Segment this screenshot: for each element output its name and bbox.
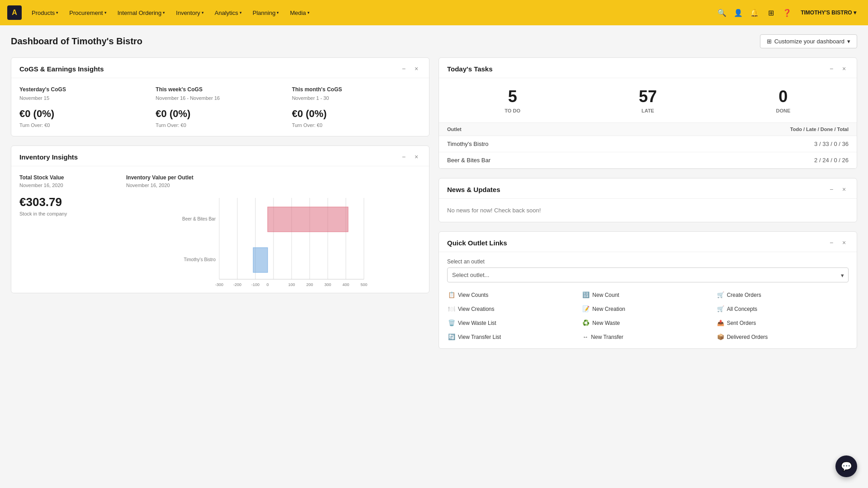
timothys-bistro-bar (253, 248, 268, 272)
nav-procurement[interactable]: Procurement▾ (65, 7, 111, 19)
view-transfer-icon: 🔄 (448, 333, 455, 340)
customize-dashboard-button[interactable]: ⊞ Customize your dashboard ▾ (760, 34, 857, 48)
new-transfer-icon: ↔️ (582, 333, 588, 340)
nav-products[interactable]: Products▾ (27, 7, 63, 19)
cogs-card-header: CoGS & Earnings Insights − × (11, 58, 429, 78)
sent-orders-icon: 📤 (717, 319, 724, 326)
view-creations-icon: 🍽️ (448, 305, 455, 312)
bell-icon[interactable]: 🔔 (747, 5, 762, 20)
nav-planning[interactable]: Planning▾ (248, 7, 284, 19)
page-header: Dashboard of Timothy's Bistro ⊞ Customiz… (11, 34, 857, 48)
svg-text:100: 100 (288, 282, 295, 287)
tasks-minimize-button[interactable]: − (827, 64, 836, 73)
quick-link-new-count[interactable]: 🔢 New Count (581, 290, 714, 300)
inventory-chart-section: Inventory Value per Outlet November 16, … (126, 174, 421, 293)
quick-links-card: Quick Outlet Links − × Select an outlet … (439, 231, 857, 349)
quick-link-view-counts[interactable]: 📋 View Counts (447, 290, 580, 300)
all-concepts-icon: 🛒 (717, 305, 724, 312)
nav-internal-ordering[interactable]: Internal Ordering▾ (113, 7, 170, 19)
cogs-yesterday: Yesterday's CoGS November 15 €0 (0%) Tur… (19, 86, 148, 128)
inventory-bar-chart: Beer & Bites Bar Timothy's Bistro -300 -… (126, 193, 421, 293)
chevron-down-icon: ▾ (847, 38, 850, 45)
app-logo[interactable]: A (7, 5, 22, 20)
top-navigation: A Products▾ Procurement▾ Internal Orderi… (0, 0, 868, 25)
delivered-orders-icon: 📦 (717, 333, 724, 340)
cogs-card-controls: − × (399, 64, 421, 73)
quick-links-card-controls: − × (827, 238, 849, 247)
nav-media[interactable]: Media▾ (285, 7, 314, 19)
cogs-card-body: Yesterday's CoGS November 15 €0 (0%) Tur… (11, 78, 429, 136)
tasks-card-title: Today's Tasks (447, 65, 493, 73)
svg-text:Timothy's Bistro: Timothy's Bistro (184, 257, 216, 262)
tasks-done: 0 DONE (718, 87, 849, 113)
inventory-card-header: Inventory Insights − × (11, 146, 429, 166)
search-icon[interactable]: 🔍 (715, 5, 729, 20)
tasks-late: 57 LATE (582, 87, 713, 113)
user-icon[interactable]: 👤 (731, 5, 745, 20)
quick-link-new-waste[interactable]: ♻️ New Waste (581, 318, 714, 328)
news-card-controls: − × (827, 185, 849, 194)
bar-chart-svg: Beer & Bites Bar Timothy's Bistro -300 -… (126, 193, 421, 293)
right-column: Today's Tasks − × 5 TO DO 57 LATE (439, 57, 857, 349)
news-close-button[interactable]: × (840, 185, 849, 194)
help-icon[interactable]: ❓ (780, 5, 794, 20)
cogs-close-button[interactable]: × (412, 64, 421, 73)
svg-text:200: 200 (306, 282, 313, 287)
quick-link-delivered-orders[interactable]: 📦 Delivered Orders (716, 332, 849, 342)
inventory-minimize-button[interactable]: − (399, 152, 408, 161)
tasks-card-controls: − × (827, 64, 849, 73)
cogs-this-month: This month's CoGS November 1 - 30 €0 (0%… (292, 86, 421, 128)
inventory-close-button[interactable]: × (412, 152, 421, 161)
svg-text:300: 300 (324, 282, 331, 287)
nav-inventory[interactable]: Inventory▾ (171, 7, 208, 19)
inventory-card-title: Inventory Insights (19, 153, 78, 161)
inventory-card-body: Total Stock Value November 16, 2020 €303… (11, 166, 429, 293)
tasks-summary: 5 TO DO 57 LATE 0 DONE (439, 78, 857, 122)
news-card: News & Updates − × No news for now! Chec… (439, 178, 857, 222)
quick-link-new-creation[interactable]: 📝 New Creation (581, 304, 714, 314)
quick-links-minimize-button[interactable]: − (827, 238, 836, 247)
new-waste-icon: ♻️ (582, 319, 590, 326)
quick-link-all-concepts[interactable]: 🛒 All Concepts (716, 304, 849, 314)
quick-links-card-title: Quick Outlet Links (447, 239, 507, 247)
inventory-card-controls: − × (399, 152, 421, 161)
tasks-table-header: Outlet Todo / Late / Done / Total (439, 122, 857, 136)
quick-link-create-orders[interactable]: 🛒 Create Orders (716, 290, 849, 300)
inventory-stock-section: Total Stock Value November 16, 2020 €303… (19, 174, 119, 293)
news-card-body: No news for now! Check back soon! (439, 199, 857, 222)
cogs-grid: Yesterday's CoGS November 15 €0 (0%) Tur… (19, 86, 421, 128)
quick-link-new-transfer[interactable]: ↔️ New Transfer (581, 332, 714, 342)
svg-text:-100: -100 (251, 282, 259, 287)
nav-analytics[interactable]: Analytics▾ (210, 7, 246, 19)
inventory-grid: Total Stock Value November 16, 2020 €303… (19, 174, 421, 293)
svg-text:400: 400 (342, 282, 349, 287)
quick-select-label: Select an outlet (447, 258, 849, 265)
quick-select-wrapper: Select outlet... ▾ (447, 267, 849, 282)
svg-text:0: 0 (266, 282, 269, 287)
tasks-outlet-row-2: Beer & Bites Bar 2 / 24 / 0 / 26 (439, 152, 857, 169)
cogs-this-week: This week's CoGS November 16 - November … (156, 86, 284, 128)
outlet-select[interactable]: Select outlet... (447, 267, 849, 282)
quick-links-card-header: Quick Outlet Links − × (439, 232, 857, 252)
news-minimize-button[interactable]: − (827, 185, 836, 194)
quick-link-sent-orders[interactable]: 📤 Sent Orders (716, 318, 849, 328)
quick-link-view-creations[interactable]: 🍽️ View Creations (447, 304, 580, 314)
quick-link-view-transfer-list[interactable]: 🔄 View Transfer List (447, 332, 580, 342)
main-content: Dashboard of Timothy's Bistro ⊞ Customiz… (0, 25, 868, 358)
svg-text:-200: -200 (233, 282, 241, 287)
left-column: CoGS & Earnings Insights − × Yesterday's… (11, 57, 429, 349)
svg-text:-300: -300 (215, 282, 223, 287)
nav-user-menu[interactable]: TIMOTHY'S BISTRO ▾ (796, 7, 861, 19)
grid-icon[interactable]: ⊞ (764, 5, 778, 20)
quick-link-view-waste-list[interactable]: 🗑️ View Waste List (447, 318, 580, 328)
news-card-header: News & Updates − × (439, 178, 857, 199)
create-orders-icon: 🛒 (717, 291, 724, 298)
view-waste-icon: 🗑️ (448, 319, 455, 326)
quick-links-close-button[interactable]: × (840, 238, 849, 247)
tasks-close-button[interactable]: × (840, 64, 849, 73)
quick-links-card-body: Select an outlet Select outlet... ▾ 📋 Vi… (439, 252, 857, 348)
view-counts-icon: 📋 (448, 291, 455, 298)
inventory-card: Inventory Insights − × Total Stock Value… (11, 145, 429, 293)
cogs-minimize-button[interactable]: − (399, 64, 408, 73)
beer-bites-bar (268, 207, 348, 232)
